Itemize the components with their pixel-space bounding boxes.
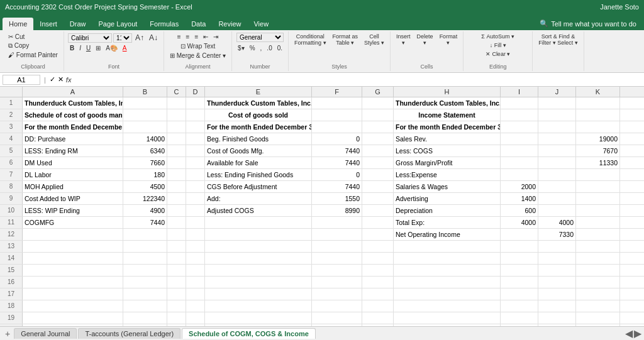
formula-input[interactable]: [74, 76, 641, 84]
tab-taccounts[interactable]: T-accounts (General Ledger): [78, 328, 180, 339]
cell-18-J[interactable]: [538, 300, 576, 312]
cell-3-F[interactable]: [312, 121, 362, 133]
cell-9-A[interactable]: Cost Added to WIP: [23, 193, 123, 204]
cell-6-B[interactable]: 7660: [123, 157, 167, 168]
indent-button[interactable]: ⇤: [201, 33, 210, 41]
cell-20-I[interactable]: [501, 324, 538, 326]
cell-12-D[interactable]: [186, 229, 205, 240]
increase-font-button[interactable]: A↑: [133, 33, 146, 43]
number-format-select[interactable]: General: [236, 33, 284, 42]
cell-7-G[interactable]: [362, 169, 394, 180]
add-sheet-button[interactable]: +: [3, 329, 13, 339]
col-header-h[interactable]: H: [394, 87, 501, 97]
cell-11-C[interactable]: [167, 217, 186, 228]
cell-4-G[interactable]: [362, 133, 394, 145]
cell-5-K[interactable]: 7670: [576, 145, 620, 156]
align-right-button[interactable]: ≡: [192, 33, 200, 41]
cell-10-G[interactable]: [362, 205, 394, 216]
cell-14-F[interactable]: [312, 253, 362, 264]
cell-6-C[interactable]: [167, 157, 186, 168]
cell-15-J[interactable]: [538, 265, 576, 276]
cell-2-I[interactable]: [501, 109, 538, 121]
conditional-formatting-button[interactable]: ConditionalFormatting ▾: [292, 33, 328, 47]
cell-6-A[interactable]: DM Used: [23, 157, 123, 168]
cell-8-H[interactable]: Salaries & Wages: [394, 181, 501, 192]
dollar-button[interactable]: $▾: [236, 44, 247, 52]
cell-16-B[interactable]: [123, 277, 167, 288]
cell-13-C[interactable]: [167, 241, 186, 252]
cell-13-A[interactable]: [23, 241, 123, 252]
format-painter-button[interactable]: 🖌 Format Painter: [6, 51, 60, 59]
comma-button[interactable]: ,: [258, 44, 264, 52]
cell-17-A[interactable]: [23, 288, 123, 300]
cell-11-H[interactable]: Total Exp:: [394, 217, 501, 228]
percent-button[interactable]: %: [248, 44, 257, 52]
cell-10-K[interactable]: [576, 205, 620, 216]
cell-6-H[interactable]: Gross Margin/Profit: [394, 157, 501, 168]
tab-data[interactable]: Data: [185, 18, 212, 30]
cell-2-A[interactable]: Schedule of cost of goods manufactured: [23, 109, 123, 121]
cell-20-J[interactable]: [538, 324, 576, 326]
cell-3-G[interactable]: [362, 121, 394, 133]
cell-13-I[interactable]: [501, 241, 538, 252]
cell-19-H[interactable]: [394, 312, 501, 324]
cell-16-K[interactable]: [576, 277, 620, 288]
cell-5-B[interactable]: 6340: [123, 145, 167, 156]
cell-7-J[interactable]: [538, 169, 576, 180]
cell-17-B[interactable]: [123, 288, 167, 300]
col-header-c[interactable]: C: [167, 87, 186, 97]
fill-color-button[interactable]: A🎨: [104, 44, 119, 52]
cell-14-D[interactable]: [186, 253, 205, 264]
tab-general-journal[interactable]: General Journal: [14, 328, 77, 339]
cell-8-E[interactable]: CGS Before Adjustment: [205, 181, 312, 192]
cell-13-B[interactable]: [123, 241, 167, 252]
cell-1-C[interactable]: [167, 97, 186, 109]
cell-5-G[interactable]: [362, 145, 394, 156]
cell-12-C[interactable]: [167, 229, 186, 240]
cell-17-D[interactable]: [186, 288, 205, 300]
cell-7-C[interactable]: [167, 169, 186, 180]
cell-20-G[interactable]: [362, 324, 394, 326]
cell-16-G[interactable]: [362, 277, 394, 288]
cell-8-I[interactable]: 2000: [501, 181, 538, 192]
cell-4-D[interactable]: [186, 133, 205, 145]
font-color-button[interactable]: A: [121, 44, 129, 52]
cell-1-B[interactable]: [123, 97, 167, 109]
tab-home[interactable]: Home: [3, 18, 33, 30]
cell-9-K[interactable]: [576, 193, 620, 204]
tab-page-layout[interactable]: Page Layout: [92, 18, 144, 30]
cell-16-H[interactable]: [394, 277, 501, 288]
cell-16-C[interactable]: [167, 277, 186, 288]
cell-19-D[interactable]: [186, 312, 205, 324]
cell-2-J[interactable]: [538, 109, 576, 121]
cell-11-F[interactable]: [312, 217, 362, 228]
cell-4-H[interactable]: Sales Rev.: [394, 133, 501, 145]
cell-17-I[interactable]: [501, 288, 538, 300]
cell-18-A[interactable]: [23, 300, 123, 312]
cell-15-A[interactable]: [23, 265, 123, 276]
cell-18-C[interactable]: [167, 300, 186, 312]
cell-5-J[interactable]: [538, 145, 576, 156]
cell-18-G[interactable]: [362, 300, 394, 312]
cell-3-J[interactable]: [538, 121, 576, 133]
font-size-select[interactable]: 11: [113, 33, 132, 43]
cell-15-D[interactable]: [186, 265, 205, 276]
cell-9-F[interactable]: 1550: [312, 193, 362, 204]
checkmark-icon[interactable]: ✓: [50, 75, 55, 84]
cell-6-F[interactable]: 7440: [312, 157, 362, 168]
tab-view[interactable]: View: [247, 18, 275, 30]
cell-9-G[interactable]: [362, 193, 394, 204]
cell-4-A[interactable]: DD: Purchase: [23, 133, 123, 145]
cell-18-H[interactable]: [394, 300, 501, 312]
cell-2-C[interactable]: [167, 109, 186, 121]
cell-16-J[interactable]: [538, 277, 576, 288]
cell-14-H[interactable]: [394, 253, 501, 264]
cell-7-I[interactable]: [501, 169, 538, 180]
align-left-button[interactable]: ≡: [175, 33, 183, 41]
cell-12-K[interactable]: [576, 229, 620, 240]
cell-18-K[interactable]: [576, 300, 620, 312]
cell-19-I[interactable]: [501, 312, 538, 324]
col-header-f[interactable]: F: [312, 87, 362, 97]
cell-1-J[interactable]: [538, 97, 576, 109]
cell-18-F[interactable]: [312, 300, 362, 312]
